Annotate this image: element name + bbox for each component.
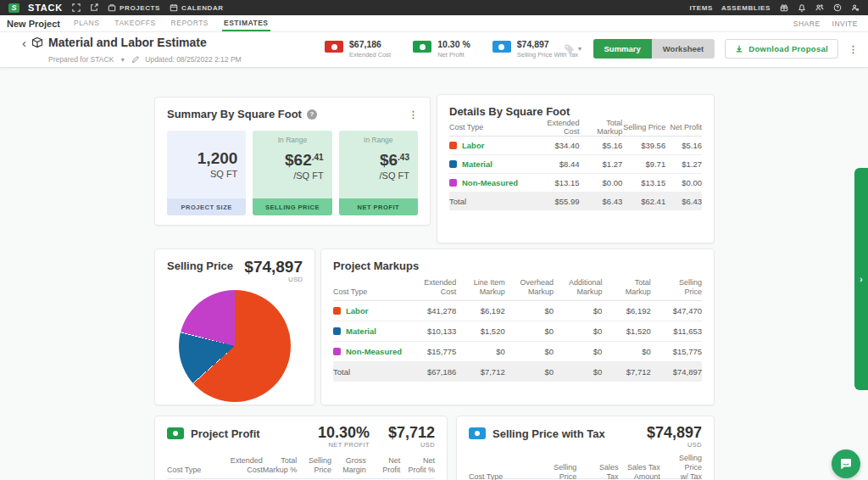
chat-launcher-button[interactable] xyxy=(832,449,860,478)
tab-estimates[interactable]: ESTIMATES xyxy=(222,15,270,31)
table-row: Labor $41,278 $6,192 $0 $0 $6,192 $47,47… xyxy=(333,301,702,321)
nav-projects[interactable]: PROJECTS xyxy=(107,3,160,13)
tile-unit: SQ FT xyxy=(210,169,237,179)
prepared-for[interactable]: Prepared for STACK xyxy=(48,55,114,64)
money-bill-icon xyxy=(167,427,184,439)
cost-type-link[interactable]: Non-Measured xyxy=(346,347,402,356)
material-swatch xyxy=(333,327,341,335)
tile-label: SELLING PRICE xyxy=(253,198,331,215)
gift-icon[interactable] xyxy=(779,3,788,13)
money-bill-icon xyxy=(325,41,343,53)
edit-pencil-icon[interactable] xyxy=(131,52,139,67)
non-measured-swatch xyxy=(333,348,341,355)
estimate-header: ‹ Material and Labor Estimate Prepared f… xyxy=(0,32,868,68)
card-kebab-menu[interactable]: ⋮ xyxy=(409,110,418,119)
badge-value: $67,186 xyxy=(349,40,391,49)
card-title: Details By Square Foot xyxy=(449,105,702,118)
tile-value: $6 xyxy=(380,151,398,169)
estimate-kpi-badges: $67,186 Extended Cost 10.30 % Net Profit… xyxy=(325,40,578,59)
share-button[interactable]: SHARE xyxy=(793,20,821,28)
money-bill-icon xyxy=(413,41,431,53)
help-icon[interactable] xyxy=(832,3,842,13)
extended-cost-badge: $67,186 Extended Cost xyxy=(325,40,391,59)
estimate-cube-icon xyxy=(31,36,43,67)
help-circle-icon[interactable]: ? xyxy=(307,109,317,120)
money-bill-icon xyxy=(492,41,511,53)
expand-icon[interactable] xyxy=(71,3,81,13)
tile-label: NET PROFIT xyxy=(339,198,418,215)
card-title: Summary By Square Foot xyxy=(167,108,302,120)
side-drawer-handle[interactable]: › xyxy=(854,168,868,390)
cost-type-link[interactable]: Material xyxy=(346,327,376,336)
selling-price-amount: $74,897 xyxy=(244,260,303,275)
badge-label: Net Profit xyxy=(437,51,470,59)
estimate-summary-content: Summary By Square Foot ? ⋮ 1,200 SQ FT P… xyxy=(0,68,868,480)
header-kebab-menu[interactable]: ⋮ xyxy=(849,45,858,53)
account-settings-icon[interactable] xyxy=(850,3,860,13)
tile-value: 1,200 xyxy=(198,150,238,167)
currency-label: USD xyxy=(244,276,303,283)
edit-window-icon[interactable] xyxy=(89,3,98,13)
net-profit-tile: In Range $6.43 /SQ FT NET PROFIT xyxy=(339,131,418,215)
selling-price-tile: In Range $62.41 /SQ FT SELLING PRICE xyxy=(253,131,331,215)
net-profit-badge: 10.30 % Net Profit xyxy=(413,40,470,59)
chat-bubble-icon xyxy=(839,457,853,471)
stack-logo-icon[interactable]: S xyxy=(8,3,19,13)
invite-button[interactable]: INVITE xyxy=(832,20,858,28)
top-nav: S STACK PROJECTS CALENDAR ITEMS ASSEMBLI… xyxy=(0,0,868,15)
in-range-label: In Range xyxy=(339,136,418,144)
tab-plans[interactable]: PLANS xyxy=(72,15,101,31)
labor-swatch xyxy=(449,142,457,149)
selling-price-with-tax-card: Selling Price with Tax $74,897 USD Cost … xyxy=(456,416,715,480)
tile-label: PROJECT SIZE xyxy=(167,198,246,215)
nav-assemblies[interactable]: ASSEMBLIES xyxy=(721,4,771,12)
tag-icon xyxy=(564,43,575,54)
table-total-row: Total $67,186 $7,712 $0 $0 $7,712 $74,89… xyxy=(333,362,702,382)
tab-reports[interactable]: REPORTS xyxy=(170,15,210,31)
download-icon xyxy=(735,45,743,53)
toggle-worksheet[interactable]: Worksheet xyxy=(652,39,715,59)
pie-chart[interactable] xyxy=(179,290,291,402)
non-measured-swatch xyxy=(449,179,457,187)
tile-cents: .43 xyxy=(398,153,409,162)
nav-calendar[interactable]: CALENDAR xyxy=(169,3,224,13)
download-proposal-label: Download Proposal xyxy=(748,44,828,53)
badge-label: Extended Cost xyxy=(349,51,391,59)
nav-items[interactable]: ITEMS xyxy=(690,4,713,12)
net-profit-percent: 10.30% xyxy=(318,426,370,440)
project-profit-card: Project Profit 10.30% NET PROFIT $7,712 … xyxy=(154,416,448,480)
table-header-row: Cost Type SellingPrice SalesTax Sales Ta… xyxy=(469,454,702,479)
toggle-summary[interactable]: Summary xyxy=(593,39,652,59)
cost-type-link[interactable]: Labor xyxy=(346,306,368,315)
briefcase-icon xyxy=(107,3,116,13)
users-icon[interactable] xyxy=(815,3,824,13)
net-profit-amount: $7,712 xyxy=(388,426,435,440)
back-button[interactable]: ‹ xyxy=(22,36,26,67)
project-name[interactable]: New Project xyxy=(7,19,60,29)
nav-projects-label: PROJECTS xyxy=(120,4,160,12)
tile-unit: /SQ FT xyxy=(293,170,323,181)
selling-price-tax-amount: $74,897 xyxy=(647,426,702,440)
card-title: Project Markups xyxy=(333,260,702,272)
selling-price-card: Selling Price $74,897 USD xyxy=(154,248,315,405)
table-header-row: Cost Type ExtendedCost TotalMarkup % Sel… xyxy=(167,454,435,479)
tag-dropdown[interactable]: ▼ xyxy=(564,43,583,54)
material-swatch xyxy=(449,160,457,168)
page-title: Material and Labor Estimate xyxy=(48,36,242,49)
table-header-row: Cost Type Extended Cost Total Markup Sel… xyxy=(449,118,702,137)
cost-type-link[interactable]: Non-Measured xyxy=(462,178,518,187)
project-size-tile: 1,200 SQ FT PROJECT SIZE xyxy=(167,131,246,215)
chevron-down-icon[interactable]: ▼ xyxy=(120,57,125,63)
cost-type-link[interactable]: Labor xyxy=(462,141,484,150)
brand-name[interactable]: STACK xyxy=(28,3,63,13)
app-window: S STACK PROJECTS CALENDAR ITEMS ASSEMBLI… xyxy=(0,0,868,480)
chevron-right-icon: › xyxy=(860,275,862,284)
tab-takeoffs[interactable]: TAKEOFFS xyxy=(113,15,157,31)
calendar-icon xyxy=(169,3,178,13)
cost-type-link[interactable]: Material xyxy=(462,159,492,169)
bell-icon[interactable] xyxy=(797,3,806,13)
updated-timestamp: Updated: 08/25/2022 2:12 PM xyxy=(145,55,241,64)
download-proposal-button[interactable]: Download Proposal xyxy=(725,39,838,59)
chevron-down-icon: ▼ xyxy=(577,46,583,52)
table-header-row: Cost Type ExtendedCost Line ItemMarkup O… xyxy=(333,272,702,301)
